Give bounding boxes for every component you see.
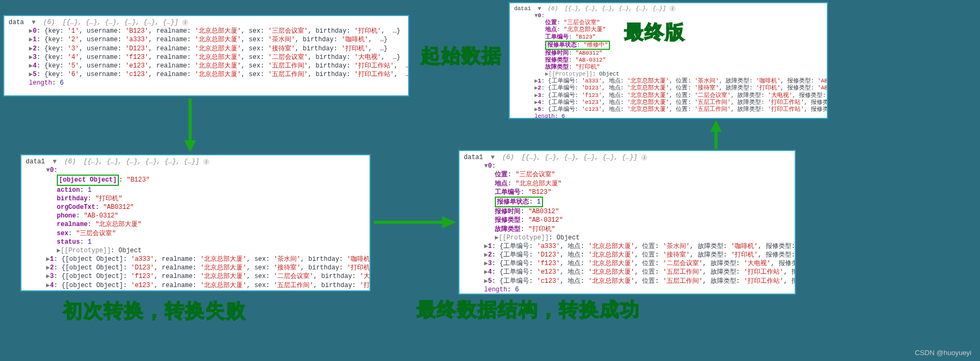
arrow-down-icon (182, 99, 198, 152)
object-field: phone: "AB-0312" (57, 212, 365, 220)
array-header[interactable]: data1 ▼ (6) [{…}, {…}, {…}, {…}, {…}, {…… (26, 157, 365, 166)
array-item[interactable]: ▶4: {工单编号: 'e123', 地点: '北京总部大厦', 位置: '五层… (484, 268, 790, 276)
arrow-right-icon (374, 214, 456, 230)
prototype[interactable]: ▶[[Prototype]]: Array(0) (484, 294, 790, 295)
object-field: 地点: "北京总部大厦" (495, 179, 790, 188)
svg-marker-3 (442, 216, 456, 228)
expanded-item[interactable]: ▼0: (46, 166, 365, 175)
array-item[interactable]: ▶2: {工单编号: 'D123', 地点: '北京总部大厦', 位置: '接待… (534, 85, 823, 92)
panel-first-fail: data1 ▼ (6) [{…}, {…}, {…}, {…}, {…}, {…… (20, 154, 371, 291)
array-header[interactable]: data1 ▼ (6) [{…}, {…}, {…}, {…}, {…}, {…… (464, 153, 790, 162)
array-item[interactable]: ▶2: {[object Object]: 'D123', realname: … (46, 264, 365, 272)
array-item[interactable]: ▶2: {key: '3', username: 'D123', realnam… (29, 44, 404, 53)
array-item[interactable]: ▶2: {工单编号: 'D123', 地点: '北京总部大厦', 位置: '接待… (484, 251, 790, 259)
array-length: length: 6 (29, 79, 404, 87)
expanded-item[interactable]: ▼0: (534, 12, 823, 19)
object-field: 报修类型: "AB-0312" (495, 216, 790, 224)
label-start: 起始数据 (421, 43, 502, 69)
array-item[interactable]: ▶1: {[object Object]: 'a333', realname: … (46, 255, 365, 264)
array-item[interactable]: ▶1: {工单编号: 'a333', 地点: '北京总部大厦', 位置: '茶水… (534, 78, 823, 85)
prototype[interactable]: ▶[[Prototype]]: Object (495, 234, 790, 242)
object-field: action: 1 (57, 186, 365, 194)
array-item[interactable]: ▶3: {[object Object]: 'f123', realname: … (46, 272, 365, 281)
object-field: orgCodeTxt: "AB0312" (57, 203, 365, 212)
array-length: length: 6 (484, 285, 790, 294)
info-icon: i (641, 154, 647, 161)
arrow-up-icon (708, 120, 724, 149)
array-item[interactable]: ▶3: {工单编号: 'f123', 地点: '北京总部大厦', 位置: '二层… (484, 259, 790, 268)
object-field: 报修时间: "AB0312" (545, 50, 823, 57)
array-item[interactable]: ▶5: {工单编号: 'c123', 地点: '北京总部大厦', 位置: '五层… (534, 106, 823, 113)
info-icon: i (203, 159, 209, 165)
array-header[interactable]: data ▼ (6) [{…}, {…}, {…}, {…}, {…}, {…}… (9, 18, 404, 27)
expanded-item[interactable]: ▼0: (484, 162, 790, 170)
object-field: 故障类型: "打印机" (495, 225, 790, 234)
array-length: length: 6 (534, 113, 823, 119)
array-item[interactable]: ▶4: {[object Object]: 'e123', realname: … (46, 281, 365, 290)
panel-final-struct: data1 ▼ (6) [{…}, {…}, {…}, {…}, {…}, {…… (458, 150, 796, 295)
array-item[interactable]: ▶3: {工单编号: 'f123', 地点: '北京总部大厦', 位置: '二层… (534, 92, 823, 99)
watermark: CSDN @huoyueyi (915, 349, 971, 357)
highlight-status: 报修单状态: 1 (495, 197, 790, 207)
array-header[interactable]: data1 ▼ (6) [{…}, {…}, {…}, {…}, {…}, {…… (514, 5, 823, 12)
object-field: 位置: "三层会议室" (495, 170, 790, 179)
array-item[interactable]: ▶4: {key: '5', username: 'e123', realnam… (29, 62, 404, 70)
label-first-fail: 初次转换，转换失败 (63, 298, 246, 324)
highlight-object-object: [object Object]: "B123" (57, 175, 365, 185)
object-field: birthday: "打印机" (57, 194, 365, 203)
label-final-ver: 最终版 (624, 19, 685, 46)
prototype[interactable]: ▶[[Prototype]]: Object (57, 246, 365, 255)
object-field: 报修时间: "AB0312" (495, 207, 790, 216)
prototype[interactable]: ▶[[Prototype]]: Object (545, 71, 823, 78)
array-item[interactable]: ▶4: {工单编号: 'e123', 地点: '北京总部大厦', 位置: '五层… (534, 99, 823, 106)
info-icon: i (182, 19, 189, 26)
array-item[interactable]: ▶0: {key: '1', username: 'B123', realnam… (29, 27, 404, 35)
object-field: realname: "北京总部大厦" (57, 220, 365, 229)
array-item[interactable]: ▶1: {key: '2', username: 'a333', realnam… (29, 35, 404, 44)
object-field: 工单编号: "B123" (495, 188, 790, 197)
array-item[interactable]: ▶3: {key: '4', username: 'f123', realnam… (29, 53, 404, 62)
info-icon: i (669, 5, 676, 12)
array-item[interactable]: ▶5: {key: '6', username: 'c123', realnam… (29, 70, 404, 79)
array-item[interactable]: ▶1: {工单编号: 'a333', 地点: '北京总部大厦', 位置: '茶水… (484, 242, 790, 251)
object-field: sex: "三层会议室" (57, 229, 365, 238)
array-item[interactable]: ▶5: {[object Object]: 'c123', realname: … (46, 290, 365, 291)
object-field: 故障类型: "打印机" (545, 64, 823, 71)
panel-start-data: data ▼ (6) [{…}, {…}, {…}, {…}, {…}, {…}… (3, 15, 409, 96)
label-final-struct: 最终数据结构，转换成功 (417, 297, 640, 323)
array-item[interactable]: ▶5: {工单编号: 'c123', 地点: '北京总部大厦', 位置: '五层… (484, 277, 790, 285)
svg-marker-1 (184, 140, 196, 152)
object-field: status: 1 (57, 238, 365, 246)
object-field: 报修类型: "AB-0312" (545, 57, 823, 64)
